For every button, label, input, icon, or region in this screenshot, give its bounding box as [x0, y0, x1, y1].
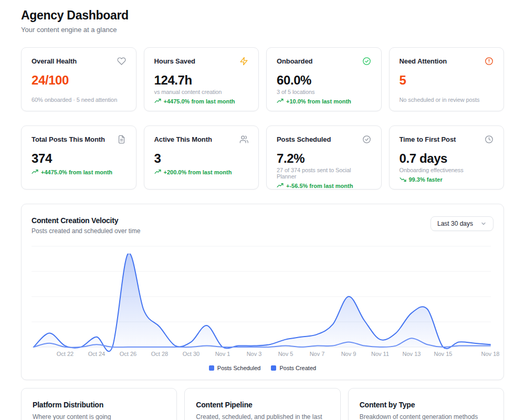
file-text-icon — [117, 135, 126, 144]
content-by-type-card: Content by Type Breakdown of content gen… — [348, 388, 504, 420]
trending-down-icon — [400, 176, 406, 183]
legend-swatch — [209, 365, 214, 371]
stat-card-active-month: Active This Month 3 +200.0% from last mo… — [144, 125, 259, 190]
x-axis-tick: Nov 11 — [371, 351, 389, 357]
stat-title: Overall Health — [32, 57, 77, 65]
x-axis-tick: Nov 3 — [247, 351, 262, 357]
stat-value: 24/100 — [32, 73, 126, 88]
stat-card-hours-saved: Hours Saved 124.7h vs manual content cre… — [144, 47, 259, 111]
velocity-area-chart: Oct 22Oct 24Oct 26Oct 28Oct 30Nov 1Nov 3… — [32, 242, 491, 364]
card-title: Content Pipeline — [196, 401, 329, 409]
heart-icon — [117, 57, 126, 66]
x-axis-tick: Nov 7 — [310, 351, 325, 357]
legend-item-posts-scheduled[interactable]: Posts Scheduled — [209, 365, 261, 371]
stat-card-total-posts: Total Posts This Month 374 +4475.0% from… — [21, 125, 136, 190]
stat-title: Time to First Post — [400, 135, 456, 143]
users-icon — [239, 135, 248, 144]
platform-distribution-card: Platform Distribution Where your content… — [21, 388, 177, 420]
stat-card-time-to-first-post: Time to First Post 0.7 days Onboarding e… — [389, 125, 505, 190]
stat-value: 60.0% — [277, 73, 371, 88]
stat-trend: +4475.0% from last month — [154, 98, 249, 104]
stat-card-need-attention: Need Attention 5 No scheduled or in revi… — [389, 47, 505, 111]
stat-card-posts-scheduled: Posts Scheduled 7.2% 27 of 374 posts sen… — [266, 125, 382, 190]
stat-value: 0.7 days — [400, 151, 494, 166]
date-range-value: Last 30 days — [437, 220, 473, 227]
stat-trend: 99.3% faster — [400, 176, 494, 183]
trending-up-icon — [277, 98, 284, 104]
stat-card-overall-health: Overall Health 24/100 60% onboarded · 5 … — [21, 47, 136, 111]
stat-trend: +4475.0% from last month — [32, 169, 126, 175]
legend-item-posts-created[interactable]: Posts Created — [271, 365, 316, 371]
x-axis-tick: Oct 28 — [151, 351, 168, 357]
content-pipeline-card: Content Pipeline Created, scheduled, and… — [184, 388, 340, 420]
chart-header-text: Content Creation Velocity Posts created … — [32, 216, 140, 235]
x-axis-tick: Nov 5 — [278, 351, 293, 357]
stat-title: Total Posts This Month — [32, 135, 105, 143]
check-circle-icon — [362, 135, 371, 144]
stat-title: Need Attention — [400, 57, 447, 65]
stat-value: 374 — [32, 151, 126, 166]
alert-circle-icon — [485, 57, 494, 66]
velocity-chart-card: Content Creation Velocity Posts created … — [21, 204, 504, 380]
stat-title: Posts Scheduled — [277, 135, 331, 143]
stat-title: Onboarded — [277, 57, 312, 65]
stat-title: Active This Month — [154, 135, 212, 143]
x-axis-tick: Oct 26 — [120, 351, 136, 357]
card-subtitle: Where your content is going — [33, 413, 165, 420]
stat-value: 124.7h — [154, 73, 249, 88]
card-title: Platform Distribution — [33, 401, 165, 409]
date-range-select[interactable]: Last 30 days — [430, 216, 494, 231]
card-subtitle: Created, scheduled, and published in the… — [196, 413, 329, 420]
trending-up-icon — [154, 98, 161, 104]
clock-icon — [485, 135, 494, 144]
chart-legend: Posts ScheduledPosts Created — [32, 365, 494, 373]
trending-up-icon — [277, 182, 284, 189]
stat-sub: Onboarding effectiveness — [400, 167, 494, 173]
page-subtitle: Your content engine at a glance — [21, 26, 504, 34]
stat-trend: +10.0% from last month — [277, 98, 371, 104]
stat-value: 5 — [400, 73, 494, 88]
x-axis-tick: Nov 9 — [341, 351, 356, 357]
stat-sub: vs manual content creation — [154, 89, 249, 95]
card-title: Content by Type — [360, 401, 492, 409]
stat-grid: Overall Health 24/100 60% onboarded · 5 … — [21, 47, 504, 190]
stat-trend: +-56.5% from last month — [277, 182, 371, 189]
x-axis-tick: Nov 13 — [403, 351, 421, 357]
stat-trend: +200.0% from last month — [154, 169, 249, 175]
stat-sub: 60% onboarded · 5 need attention — [32, 97, 126, 103]
stat-card-onboarded: Onboarded 60.0% 3 of 5 locations +10.0% … — [266, 47, 382, 111]
chart-subtitle: Posts created and scheduled over time — [32, 227, 140, 235]
trending-up-icon — [154, 169, 161, 175]
stat-sub: 3 of 5 locations — [277, 89, 371, 95]
stat-value: 3 — [154, 151, 249, 166]
chart-title: Content Creation Velocity — [32, 216, 140, 225]
stat-title: Hours Saved — [154, 57, 195, 65]
stat-sub: No scheduled or in review posts — [400, 97, 494, 103]
check-circle-icon — [362, 57, 371, 66]
page-title: Agency Dashboard — [21, 8, 504, 23]
x-axis-tick: Oct 24 — [88, 351, 105, 357]
zap-icon — [239, 57, 248, 66]
x-axis-tick: Nov 1 — [215, 351, 230, 357]
x-axis-tick: Nov 18 — [481, 351, 500, 357]
x-axis-tick: Oct 30 — [183, 351, 200, 357]
x-axis-tick: Oct 22 — [57, 351, 74, 357]
x-axis-tick: Nov 15 — [434, 351, 453, 357]
card-subtitle: Breakdown of content generation methods … — [360, 413, 492, 420]
legend-swatch — [271, 365, 276, 371]
stat-value: 7.2% — [277, 151, 371, 166]
chevron-down-icon — [480, 220, 487, 227]
page-header: Agency Dashboard Your content engine at … — [21, 8, 504, 34]
dashboard-page: Agency Dashboard Your content engine at … — [0, 0, 525, 420]
stat-sub: 27 of 374 posts sent to Social Planner — [277, 167, 371, 180]
bottom-grid: Platform Distribution Where your content… — [21, 388, 504, 420]
trending-up-icon — [32, 169, 38, 175]
